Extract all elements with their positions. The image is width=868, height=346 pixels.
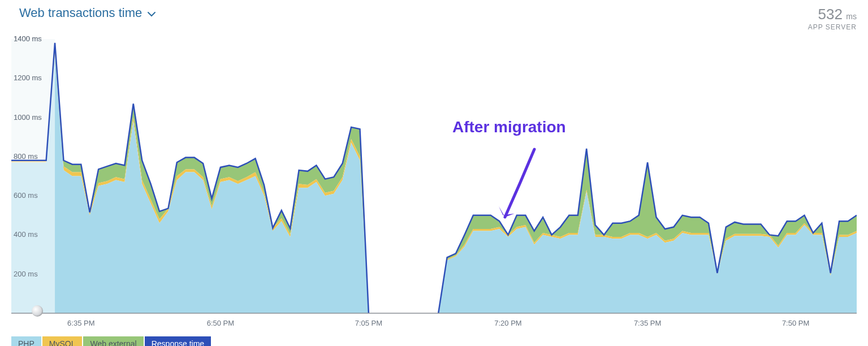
chart-title: Web transactions time — [19, 6, 142, 20]
svg-text:7:20 PM: 7:20 PM — [494, 319, 521, 327]
metric-value: 532 — [818, 6, 842, 23]
app-server-metric: 532 ms APP SERVER — [808, 6, 857, 31]
svg-text:6:50 PM: 6:50 PM — [207, 319, 234, 327]
svg-text:600 ms: 600 ms — [14, 191, 38, 200]
legend: PHP MySQL Web external Response time — [11, 336, 857, 346]
svg-text:1000 ms: 1000 ms — [14, 113, 42, 122]
time-slider-handle[interactable] — [32, 305, 43, 317]
metric-label: APP SERVER — [808, 23, 857, 31]
legend-item-ext[interactable]: Web external — [83, 336, 143, 346]
chevron-down-icon — [148, 6, 156, 20]
svg-text:7:05 PM: 7:05 PM — [355, 319, 382, 327]
metric-unit: ms — [846, 12, 857, 21]
svg-text:400 ms: 400 ms — [14, 230, 38, 239]
svg-text:7:35 PM: 7:35 PM — [634, 319, 661, 327]
legend-item-php[interactable]: PHP — [11, 336, 41, 346]
svg-text:200 ms: 200 ms — [14, 270, 38, 278]
chart-area[interactable]: 200 ms400 ms600 ms800 ms1000 ms1200 ms14… — [11, 33, 857, 333]
chart-title-dropdown[interactable]: Web transactions time — [11, 6, 156, 20]
chart-svg: 200 ms400 ms600 ms800 ms1000 ms1200 ms14… — [11, 33, 857, 333]
svg-text:1200 ms: 1200 ms — [14, 73, 42, 82]
annotation-arrow-icon — [495, 144, 551, 234]
legend-item-resp[interactable]: Response time — [145, 336, 211, 346]
svg-text:800 ms: 800 ms — [14, 152, 38, 161]
svg-text:1400 ms: 1400 ms — [14, 34, 42, 43]
svg-text:6:35 PM: 6:35 PM — [67, 319, 94, 327]
svg-text:7:50 PM: 7:50 PM — [782, 319, 809, 327]
legend-item-mysql[interactable]: MySQL — [42, 336, 83, 346]
